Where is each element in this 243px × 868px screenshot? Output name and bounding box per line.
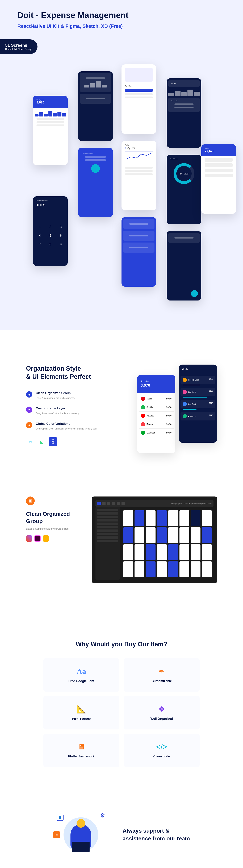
appstore-icon: Ⓐ bbox=[49, 437, 57, 446]
user-icon: 👤 bbox=[57, 814, 63, 821]
phone-mockup: My Expense 3,670 bbox=[33, 96, 68, 165]
feature-desc: Every Layer are Customizable to use easi… bbox=[36, 412, 80, 415]
phone-mockup bbox=[166, 231, 201, 301]
android-icon: ◣ bbox=[37, 437, 46, 446]
code-icon: </> bbox=[129, 743, 194, 751]
support-title: Always support & assistence from our tea… bbox=[123, 827, 190, 842]
feature-item: ◈ Clean Organized Group Layer & componen… bbox=[26, 391, 127, 400]
react-icon: ⚛ bbox=[26, 437, 35, 446]
layers-icon: ◈ bbox=[26, 391, 32, 398]
amount-value: 77,670 bbox=[205, 149, 233, 153]
goal-amount: $47,200 bbox=[174, 163, 194, 184]
org-title: Organization Style & UI Elements Perfect bbox=[26, 365, 127, 381]
feature-card: 📐 Pixel Perfect bbox=[43, 696, 119, 730]
feature-title: Customizable Layer bbox=[36, 407, 80, 410]
phone-mockup: Detail Goals $47,200 bbox=[166, 155, 201, 224]
badge-count: 51 Screens bbox=[5, 43, 32, 48]
why-title: Why Would you Buy Our Item? bbox=[35, 641, 208, 648]
feature-item: ✦ Customizable Layer Every Layer are Cus… bbox=[26, 407, 127, 415]
phone-mockup: Wallet Transaction bbox=[166, 78, 201, 148]
page-subtitle: ReactNative UI Kit & Figma, Sketch, XD (… bbox=[18, 24, 226, 29]
page-title: Doit - Expense Management bbox=[18, 10, 226, 20]
phone-mockup: Recurring 3,670 Netflix$9.90 Spotify$9.9… bbox=[137, 375, 175, 453]
phone-mockup bbox=[121, 217, 156, 287]
layers-icon: ❖ bbox=[129, 705, 194, 713]
clean-organized-section: ▣ Clean Organized Group Layer & Componen… bbox=[0, 470, 243, 609]
feature-title: Clean Organized Group bbox=[36, 391, 75, 395]
expense-label: My Expense bbox=[36, 99, 64, 101]
customize-icon: ✦ bbox=[26, 407, 32, 413]
globe-icon: ● bbox=[26, 422, 32, 428]
amount-value: 100 $ bbox=[36, 203, 64, 207]
xd-icon bbox=[34, 535, 41, 541]
gear-icon: ⚙ bbox=[100, 812, 105, 819]
recurring-label: Recurring bbox=[141, 380, 172, 382]
feature-card-title: Customizable bbox=[129, 679, 194, 683]
figma-icon bbox=[26, 535, 32, 541]
amount-value: 3,670 bbox=[141, 383, 172, 388]
amount-value: 3,670 bbox=[36, 101, 64, 104]
feature-card-title: Clean code bbox=[129, 755, 194, 758]
feature-card: ❖ Well Organized bbox=[124, 696, 200, 730]
wallet-label: Wallet bbox=[169, 80, 200, 87]
clean-title: Clean Organized Group bbox=[26, 510, 78, 525]
editor-toolbar: Design System - Doit - Expense Managemen… bbox=[95, 500, 213, 507]
platform-icons: ⚛ ◣ Ⓐ bbox=[26, 437, 127, 446]
add-expense-label: Add new expense bbox=[82, 153, 109, 155]
feature-card: Aa Free Google Font bbox=[43, 658, 119, 692]
pen-icon: ✒ bbox=[129, 667, 194, 676]
organization-section: Organization Style & UI Elements Perfect… bbox=[0, 330, 243, 470]
devices-icon: 🖥 bbox=[49, 743, 114, 751]
feature-card: ✒ Customizable bbox=[124, 658, 200, 692]
font-icon: Aa bbox=[49, 667, 114, 676]
phone-mockup: Add new expense 100 $ 123 456 789 bbox=[33, 196, 68, 266]
feature-desc: Use Popular Color Variation. So you can … bbox=[36, 427, 97, 431]
phone-mockups-grid: My Expense 3,670 Cashflow Wallet Transac… bbox=[18, 64, 226, 290]
phone-mockup: Daily $2,180 bbox=[121, 141, 156, 210]
phone-mockup: Cashflow bbox=[121, 64, 156, 134]
phone-mockup: Goals Food & Drink$175 Life Style$175 Ca… bbox=[179, 365, 217, 443]
feature-title: Global Color Variations bbox=[36, 422, 97, 426]
goals-label: Goals bbox=[182, 368, 213, 370]
ruler-icon: 📐 bbox=[49, 705, 114, 714]
tool-icons bbox=[26, 535, 78, 541]
feature-card-title: Free Google Font bbox=[49, 679, 114, 683]
cashflow-label: Cashflow bbox=[121, 85, 156, 87]
support-illustration: 👤 ✉ ⚙ bbox=[53, 810, 109, 859]
phone-mockup: Add new expense bbox=[78, 148, 113, 217]
clean-desc: Layer & Component are well Organized bbox=[26, 527, 78, 530]
org-phones: Recurring 3,670 Netflix$9.90 Spotify$9.9… bbox=[137, 365, 217, 453]
hero-section: Doit - Expense Management ReactNative UI… bbox=[0, 0, 243, 330]
sketch-icon bbox=[43, 535, 49, 541]
badge-tagline: Beautiful & Clean Design bbox=[5, 48, 32, 51]
amount-value: 2,180 bbox=[127, 146, 135, 150]
feature-card-title: Flutter framework bbox=[49, 755, 114, 758]
why-buy-section: Why Would you Buy Our Item? Aa Free Goog… bbox=[0, 609, 243, 784]
feature-card: </> Clean code bbox=[124, 734, 200, 767]
feature-desc: Layer & component are well organized. bbox=[36, 396, 75, 400]
phone-mockup: Wallet 77,670 bbox=[201, 144, 236, 214]
feature-card-title: Well Organized bbox=[129, 717, 194, 721]
feature-item: ● Global Color Variations Use Popular Co… bbox=[26, 422, 127, 431]
goals-label: Detail Goals bbox=[170, 158, 198, 160]
feature-card: 🖥 Flutter framework bbox=[43, 734, 119, 767]
editor-layers-panel bbox=[95, 507, 120, 580]
feature-card-title: Pixel Perfect bbox=[49, 717, 114, 721]
editor-screenshot: Design System - Doit - Expense Managemen… bbox=[92, 496, 217, 583]
folder-icon: ▣ bbox=[26, 496, 35, 505]
editor-title: Design System - Doit - Expense Managemen… bbox=[171, 503, 212, 504]
screens-badge: 51 Screens Beautiful & Clean Design bbox=[0, 39, 37, 54]
mail-icon: ✉ bbox=[53, 831, 60, 838]
editor-canvas bbox=[121, 509, 213, 579]
phone-mockup bbox=[78, 71, 113, 141]
support-section: 👤 ✉ ⚙ Always support & assistence from o… bbox=[0, 784, 243, 868]
